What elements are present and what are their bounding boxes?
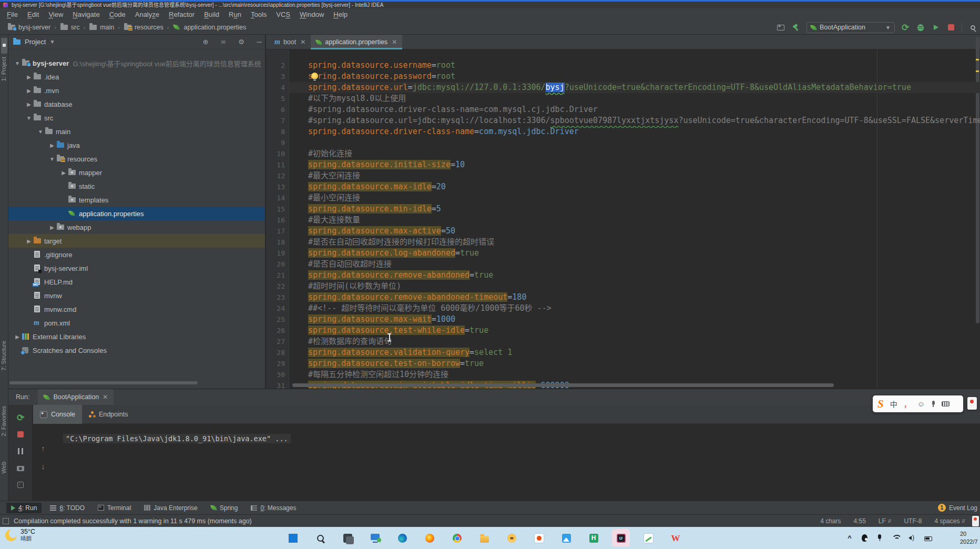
code-line-17[interactable]: spring.datasource.max-active=50: [308, 226, 980, 237]
console-output[interactable]: "C:\Program Files\Java\jdk1.8.0_91\bin\j…: [63, 434, 291, 443]
code-line-7[interactable]: #spring.datasource.url=jdbc:mysql://loca…: [308, 115, 980, 126]
code-line-25[interactable]: spring.datasource.max-wait=1000: [308, 314, 980, 325]
project-panel-title[interactable]: Project: [25, 38, 46, 46]
tree-item-Scratches and Consoles[interactable]: Scratches and Consoles: [8, 343, 265, 357]
close-icon[interactable]: ✕: [103, 393, 108, 401]
menu-refactor[interactable]: Refactor: [164, 11, 199, 18]
taskbar-app-edge[interactable]: [393, 529, 411, 547]
taskbar-clock[interactable]: 20 2022/7: [960, 530, 978, 546]
chevron-collapsed-icon[interactable]: ▶: [48, 225, 56, 230]
breadcrumb-src[interactable]: src: [59, 24, 81, 31]
menu-window[interactable]: Window: [295, 11, 329, 18]
status-4-chars[interactable]: 4 chars: [820, 517, 841, 525]
tray-chevron-icon[interactable]: ^: [845, 534, 854, 542]
menu-edit[interactable]: Edit: [23, 11, 44, 18]
toolwindow-java-enterprise[interactable]: Java Enterprise: [139, 503, 202, 513]
taskbar-app-firefox[interactable]: [421, 529, 438, 547]
hide-panel-icon[interactable]: ─: [255, 38, 263, 46]
run-tab-console[interactable]: Console: [33, 405, 82, 424]
taskbar-app-h[interactable]: H: [585, 529, 603, 547]
tree-item-main[interactable]: ▼main: [8, 125, 265, 138]
intention-bulb-icon[interactable]: [311, 73, 318, 79]
tree-item-External Libraries[interactable]: ▶External Libraries: [8, 330, 265, 343]
tree-item-HELP.md[interactable]: HELP.md: [8, 275, 265, 289]
sidebar-item-web[interactable]: Web: [1, 462, 7, 473]
console-scroll-arrows[interactable]: ↑↓: [38, 440, 48, 475]
menu-vcs[interactable]: VCS: [271, 11, 295, 18]
status-4-55[interactable]: 4:55: [854, 517, 866, 525]
chevron-collapsed-icon[interactable]: ▶: [25, 101, 33, 107]
taskbar-app-folder[interactable]: [475, 529, 493, 547]
tree-item-templates[interactable]: templates: [8, 193, 265, 207]
close-icon[interactable]: ✕: [300, 38, 305, 46]
tree-item-pom.xml[interactable]: mpom.xml: [8, 316, 265, 330]
chevron-down-icon[interactable]: ▼: [49, 39, 55, 45]
tree-item-resources[interactable]: ▼resources: [8, 152, 265, 166]
code-area[interactable]: spring.datasource.username=rootspring.da…: [289, 49, 980, 389]
menu-navigate[interactable]: Navigate: [68, 11, 104, 18]
code-line-21[interactable]: spring.datasource.remove-abandoned=true: [308, 270, 980, 281]
editor-hscrollbar[interactable]: [292, 383, 834, 387]
code-line-15[interactable]: spring.datasource.min-idle=5: [308, 204, 980, 215]
status-UTF-8[interactable]: UTF-8: [904, 517, 922, 525]
tree-item-webapp[interactable]: ▶webapp: [8, 220, 265, 234]
menu-run[interactable]: Run: [224, 11, 246, 18]
tree-item-.gitignore[interactable]: .gitignore: [8, 248, 265, 261]
tray-qq-icon[interactable]: [862, 534, 867, 542]
chevron-collapsed-icon[interactable]: ▶: [25, 88, 33, 94]
code-line-30[interactable]: #每隔五分钟检测空闲超过10分钟的连接: [308, 369, 980, 380]
tree-item-static[interactable]: static: [8, 179, 265, 193]
taskbar-app-wpsdoc[interactable]: [639, 529, 657, 547]
breadcrumb-resources[interactable]: resources: [122, 24, 165, 31]
code-line-13[interactable]: spring.datasource.max-idle=20: [308, 181, 980, 192]
chevron-collapsed-icon[interactable]: ▶: [59, 170, 68, 176]
taskbar-app-taskview[interactable]: [339, 529, 356, 547]
taskbar-app-paw[interactable]: [503, 529, 520, 547]
taskbar-app-search[interactable]: [311, 529, 329, 547]
code-line-4[interactable]: spring.datasource.url=jdbc:mysql://127.0…: [308, 82, 980, 93]
stop-button[interactable]: [946, 23, 956, 32]
chevron-collapsed-icon[interactable]: ▶: [48, 143, 56, 148]
taskbar-app-w[interactable]: W: [667, 529, 685, 547]
status-4-spaces[interactable]: 4 spaces⇵: [934, 517, 965, 525]
chevron-expanded-icon[interactable]: ▼: [13, 60, 22, 66]
tree-item-mvnw[interactable]: mvnw: [8, 289, 265, 302]
toolwindow-4-run[interactable]: 4: Run: [6, 503, 42, 513]
gear-icon[interactable]: ⚙: [237, 38, 246, 46]
tray-wifi-icon[interactable]: [892, 534, 900, 542]
code-line-6[interactable]: #spring.datasource.driver-class-name=com…: [308, 104, 980, 115]
menu-tools[interactable]: Tools: [246, 11, 271, 18]
tree-item-bysj-server.iml[interactable]: bysj-server.iml: [8, 261, 265, 275]
tree-item-mvnw.cmd[interactable]: mvnw.cmd: [8, 302, 265, 316]
stop-button[interactable]: [8, 431, 33, 439]
breadcrumb-application.properties[interactable]: application.properties: [171, 24, 247, 31]
code-line-5[interactable]: #以下为mysql8.0以上使用: [308, 93, 980, 104]
project-tree-hscrollbar[interactable]: [9, 381, 198, 384]
punctuation-toggle[interactable]: ，: [904, 399, 911, 409]
coverage-button[interactable]: [931, 23, 941, 32]
tree-item-target[interactable]: ▶target: [8, 234, 265, 248]
chevron-expanded-icon[interactable]: ▼: [25, 115, 33, 121]
code-line-28[interactable]: spring.datasource.validation-query=selec…: [308, 347, 980, 358]
rerun-button[interactable]: ⟳: [8, 412, 33, 423]
toolwindow-6-todo[interactable]: 6: TODO: [45, 503, 89, 513]
event-log-button[interactable]: 1 Event Log: [938, 504, 977, 512]
code-line-12[interactable]: #最大空闲连接: [308, 170, 980, 181]
tree-item-.mvn[interactable]: ▶.mvn: [8, 84, 265, 97]
code-line-2[interactable]: spring.datasource.username=root: [308, 60, 980, 71]
taskbar-app-win[interactable]: [284, 529, 302, 547]
code-line-23[interactable]: spring.datasource.remove-abandoned-timeo…: [308, 292, 980, 303]
toolwindow-layout-icon[interactable]: [776, 23, 785, 32]
tree-item-.idea[interactable]: ▶.idea: [8, 70, 265, 84]
debug-button[interactable]: [916, 23, 925, 32]
menu-help[interactable]: Help: [329, 11, 352, 18]
taskbar-app-chrome[interactable]: [448, 529, 466, 547]
chevron-collapsed-icon[interactable]: ▶: [25, 238, 33, 244]
menu-code[interactable]: Code: [105, 11, 130, 18]
close-icon[interactable]: ✕: [392, 38, 397, 46]
chevron-collapsed-icon[interactable]: ▶: [25, 74, 33, 80]
input-method-status-icon[interactable]: [972, 516, 979, 526]
search-everywhere-icon[interactable]: [968, 23, 977, 32]
code-line-16[interactable]: #最大连接数量: [308, 215, 980, 226]
tab-boot[interactable]: mboot✕: [269, 35, 311, 49]
